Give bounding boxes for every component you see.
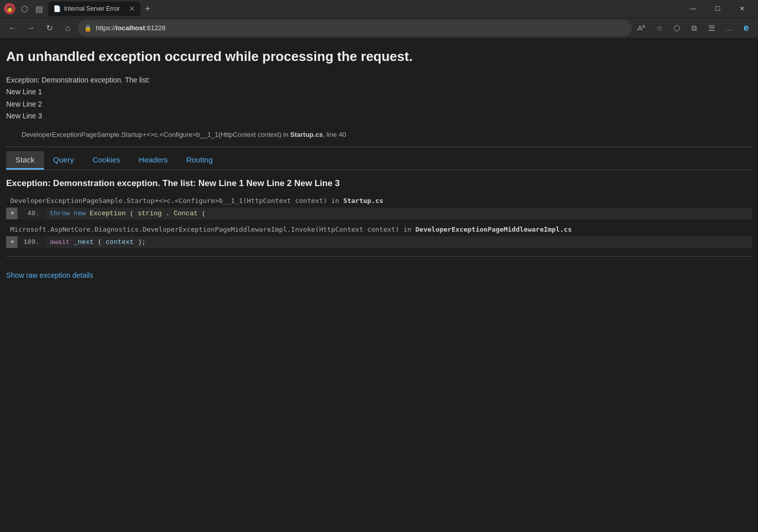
stack-location: DeveloperExceptionPageSample.Startup+<>c… [6, 131, 752, 138]
stack-location-file: Startup.cs [290, 131, 323, 138]
home-button[interactable]: ⌂ [59, 20, 76, 36]
sidebar-icon[interactable]: ▤ [34, 4, 44, 14]
frame1-punc2: . [166, 210, 170, 217]
active-tab[interactable]: 📄 Internal Server Error ✕ [48, 2, 140, 16]
tab-stack[interactable]: Stack [6, 151, 44, 170]
nav-bar: ← → ↻ ⌂ 🔒 https://localhost:61228 Aᴿ ☆ ⬡… [0, 17, 758, 38]
stack-location-line: , line 40 [323, 131, 346, 138]
browser-window: 🧑 ⬡ ▤ 📄 Internal Server Error ✕ + — ☐ ✕ … [0, 0, 758, 532]
window-controls: — ☐ ✕ [681, 1, 754, 16]
tab-title-label: Internal Server Error [64, 5, 126, 12]
favorites-icon[interactable]: ☆ [651, 21, 667, 36]
close-button[interactable]: ✕ [730, 1, 754, 16]
frame1-method-exception: Exception [90, 210, 126, 217]
frame1-method-concat: Concat [174, 210, 198, 217]
profile-avatar[interactable]: 🧑 [4, 3, 15, 14]
show-raw-exception-link[interactable]: Show raw exception details [6, 271, 93, 279]
read-aloud-icon[interactable]: Aᴿ [634, 21, 649, 36]
tab-routing[interactable]: Routing [177, 151, 222, 170]
frame1-keyword-throw: throw [50, 210, 70, 217]
exception-line-3: New Line 3 [6, 110, 752, 122]
divider-2 [6, 256, 752, 257]
frame1-line-number: 40. [17, 208, 46, 219]
nav-right-buttons: Aᴿ ☆ ⬡ ⧉ ☰ … e [634, 21, 754, 36]
forward-button[interactable]: → [23, 20, 39, 36]
stack-frame-2-header: Microsoft.AspNetCore.Diagnostics.Develop… [6, 223, 752, 235]
exception-lines: New Line 1 New Line 2 New Line 3 [6, 86, 752, 122]
url-text: https://localhost:61228 [96, 24, 626, 32]
frame1-code-block: + 40. throw new Exception ( string . Con… [6, 208, 752, 219]
refresh-button[interactable]: ↻ [41, 20, 57, 36]
frame1-file: Startup.cs [343, 197, 383, 204]
divider-1 [6, 147, 752, 147]
url-protocol: https:// [96, 24, 116, 32]
frame2-code-block: + 109. await _next ( context ); [6, 236, 752, 248]
workspaces-icon[interactable]: ⬡ [19, 4, 30, 14]
settings-more-icon[interactable]: … [721, 21, 736, 36]
exception-section-title: Exception: Demonstration exception. The … [6, 178, 752, 189]
url-port: :61228 [145, 24, 166, 32]
stack-frame-2: Microsoft.AspNetCore.Diagnostics.Develop… [6, 223, 752, 248]
frame1-punc3: ( [202, 210, 206, 217]
frame2-file: DeveloperExceptionPageMiddlewareImpl.cs [416, 226, 572, 233]
back-button[interactable]: ← [4, 20, 21, 36]
title-bar: 🧑 ⬡ ▤ 📄 Internal Server Error ✕ + — ☐ ✕ [0, 0, 758, 17]
new-tab-button[interactable]: + [140, 2, 155, 16]
frame2-punc2: ); [138, 238, 146, 246]
tab-close-button[interactable]: ✕ [129, 5, 135, 12]
frame2-text: Microsoft.AspNetCore.Diagnostics.Develop… [10, 226, 416, 233]
frame2-punc: ( [98, 238, 102, 246]
frame1-expand-button[interactable]: + [7, 208, 17, 219]
tab-navigation: Stack Query Cookies Headers Routing [6, 151, 752, 170]
frame1-code-line: + 40. throw new Exception ( string . Con… [7, 208, 752, 219]
tab-query[interactable]: Query [44, 151, 84, 170]
tabs-bar: 📄 Internal Server Error ✕ + [48, 2, 677, 16]
lock-icon: 🔒 [84, 25, 92, 32]
exception-intro-text: Exception: Demonstration exception. The … [6, 76, 752, 84]
stack-location-text: DeveloperExceptionPageSample.Startup+<>c… [22, 131, 290, 138]
stack-frame-1: DeveloperExceptionPageSample.Startup+<>c… [6, 195, 752, 219]
tab-headers[interactable]: Headers [130, 151, 177, 170]
frame1-text: DeveloperExceptionPageSample.Startup+<>c… [10, 197, 343, 204]
extensions-icon[interactable]: ⬡ [669, 21, 684, 36]
url-host: localhost [116, 24, 145, 32]
frame2-var-context: context [106, 238, 134, 246]
stack-frame-1-header: DeveloperExceptionPageSample.Startup+<>c… [6, 195, 752, 207]
edge-logo-icon[interactable]: e [739, 21, 754, 36]
frame1-punc: ( [130, 210, 134, 217]
exception-line-1: New Line 1 [6, 86, 752, 98]
frame2-code-content: await _next ( context ); [46, 236, 150, 248]
minimize-button[interactable]: — [681, 1, 705, 16]
title-bar-left: 🧑 ⬡ ▤ [4, 3, 44, 14]
frame2-expand-button[interactable]: + [7, 236, 17, 248]
frame1-method-string: string [138, 210, 162, 217]
split-view-icon[interactable]: ⧉ [686, 21, 702, 36]
frame2-code-line: + 109. await _next ( context ); [7, 236, 752, 248]
main-error-heading: An unhandled exception occurred while pr… [6, 48, 752, 66]
address-bar[interactable]: 🔒 https://localhost:61228 [78, 20, 632, 36]
page-content: An unhandled exception occurred while pr… [0, 38, 758, 532]
exception-line-2: New Line 2 [6, 98, 752, 111]
frame1-code-content: throw new Exception ( string . Concat ( [46, 208, 210, 219]
stack-tab-content: Exception: Demonstration exception. The … [6, 170, 752, 279]
maximize-button[interactable]: ☐ [706, 1, 729, 16]
tab-cookies[interactable]: Cookies [83, 151, 129, 170]
frame2-keyword-await: await [50, 238, 70, 246]
frame2-var-next: _next [74, 238, 94, 246]
collections-icon[interactable]: ☰ [704, 21, 719, 36]
tab-favicon: 📄 [53, 5, 61, 12]
frame1-keyword-new: new [74, 210, 86, 217]
frame2-line-number: 109. [17, 236, 46, 248]
